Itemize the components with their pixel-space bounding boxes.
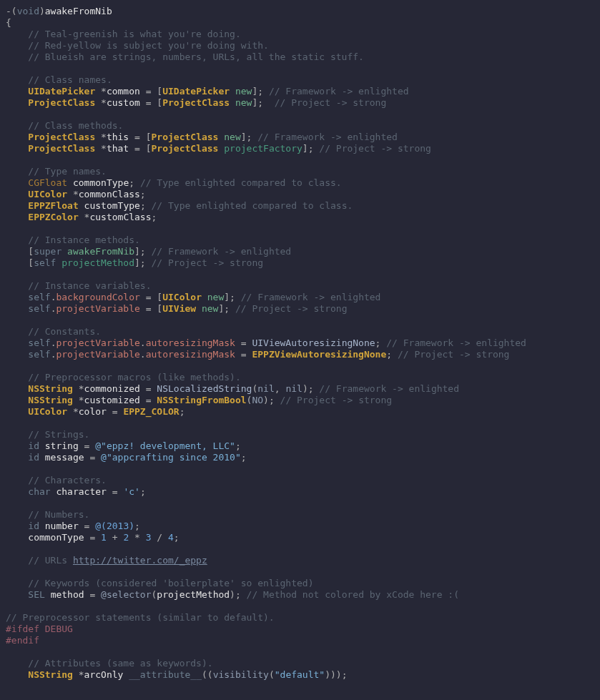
url-link[interactable]: http://twitter.com/_eppz [73,555,207,566]
comment: // Class methods. [28,120,123,131]
comment: // Framework -> enlighted [257,132,398,142]
type: ProjectClass [28,143,95,154]
var: character [56,486,106,497]
comment: // Teal-greenish is what you're doing. [28,29,240,39]
var: commonized [84,383,140,394]
macro: NSLocalizedString [157,383,252,394]
comment: // Project -> strong [152,257,264,268]
property: autoresizingMask [146,349,235,360]
number: 1 [101,532,107,543]
number: 2 [123,532,129,543]
comment: // Method not colored by xCode here :( [247,589,459,600]
var: arcOnly [84,669,124,680]
var: color [79,406,107,417]
string-literal: @"eppz! development, LLC" [95,440,235,451]
comment: // Type names. [28,166,107,177]
method: new [224,132,240,142]
method: new [202,303,218,314]
type: EPPZColor [28,212,78,222]
code-block: -(void)awakeFromNib { // Teal-greenish i… [6,6,594,681]
type: ProjectClass [28,132,95,142]
type: UIColor [162,292,202,302]
kw-sel: SEL [28,589,44,600]
var: number [45,521,79,531]
type: ProjectClass [162,97,230,108]
kw-super: super [34,246,62,257]
comment: // Project -> strong [319,143,431,154]
number: 2013 [107,521,129,531]
var: message [45,452,84,463]
type: NSString [28,383,73,394]
var: method [51,589,84,600]
comment: // Attributes (same as keywords). [28,658,212,669]
kw-attribute: __attribute__ [129,669,202,680]
property: projectVariable [56,349,139,360]
comment: // Project -> strong [280,395,393,405]
var: string [45,440,79,451]
comment: // Framework -> enlighted [152,246,292,257]
type: ProjectClass [28,97,95,108]
method: projectMethod [62,257,134,268]
kw-selector: selector [107,589,152,600]
comment: // Type enlighted compared to class. [152,200,353,211]
comment: // Strings. [28,429,89,440]
var: customClass [89,212,151,222]
method-name: awakeFromNib [45,6,112,16]
method: new [235,86,252,97]
comment: // Blueish are strings, numbers, URLs, a… [28,51,364,62]
number: 4 [168,532,174,543]
type: ProjectClass [152,143,219,154]
var: customized [84,395,140,405]
var: that [107,143,129,154]
method: new [207,292,224,302]
type: EPPZFloat [28,200,78,211]
method: awakeFromNib [67,246,134,257]
no: NO [252,395,263,405]
type: UIColor [28,189,67,199]
comment: // Class names. [28,74,112,85]
comment: // Project -> strong [398,349,510,360]
constant: EPPZViewAutoresizingNone [252,349,386,360]
type: UIView [162,303,196,314]
type: UIColor [28,406,67,417]
comment: // Instance variables. [28,280,151,291]
comment: // Framework -> enlighted [241,292,381,302]
property: projectVariable [56,337,139,348]
preproc-endif: #endif [6,635,39,646]
nil: nil [285,383,302,394]
number: 3 [146,532,152,543]
comment: // Preprocessor macros (like methods). [28,372,240,383]
nil: nil [257,383,274,394]
type: NSString [28,669,73,680]
kw-id: id [28,521,39,531]
type: ProjectClass [152,132,219,142]
var: common [107,86,140,97]
constant: UIViewAutoresizingNone [252,337,375,348]
comment: // Characters. [28,475,107,485]
kw-self: self [28,303,50,314]
preproc-ifdef: #ifdef [6,623,39,634]
var: commonType [73,177,129,188]
comment: // Keywords (considered 'boilerplate' so… [28,578,313,588]
kw-self: self [28,349,50,360]
string-literal: @"appcrafting since 2010" [101,452,241,463]
type: UIDatePicker [162,86,230,97]
method: projectFactory [224,143,303,154]
comment: // Instance methods. [28,235,140,245]
property: autoresizingMask [146,337,235,348]
kw-void: void [17,6,39,16]
var: this [107,132,129,142]
type: NSString [28,395,73,405]
kw-visibility: visibility [213,669,269,680]
macro: EPPZ_COLOR [123,406,179,417]
var: custom [107,97,140,108]
comment: // Framework -> enlighted [386,337,526,348]
macro: NSStringFromBool [157,395,246,405]
comment: // URLs [28,555,73,566]
kw-id: id [28,440,39,451]
comment: // Preprocessor statements (similar to d… [6,612,275,623]
comment: // Type enlighted compared to class. [140,177,342,188]
kw-id: id [28,452,39,463]
property: projectVariable [56,303,139,314]
method: projectMethod [157,589,230,600]
